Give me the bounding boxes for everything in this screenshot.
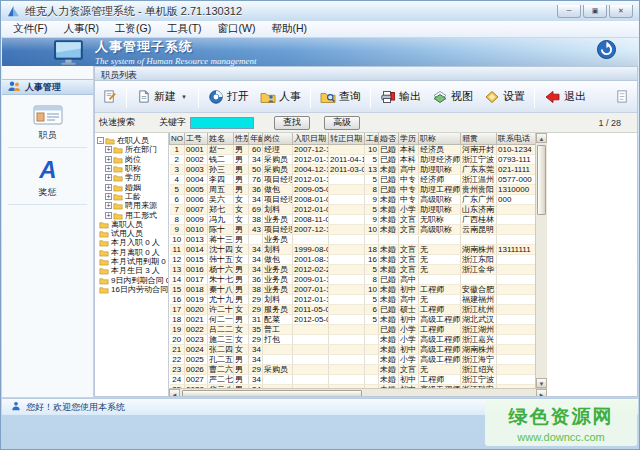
cell-联系电话[interactable]: 0793-111 bbox=[497, 155, 536, 165]
cell-工号[interactable]: 0018 bbox=[185, 285, 208, 295]
cell-职称[interactable]: 高级工程师 bbox=[419, 335, 461, 345]
cell-入职日期[interactable]: 2007-12-14 bbox=[293, 145, 329, 155]
cell-岗位[interactable]: 采购员 bbox=[263, 165, 293, 175]
cell-转正日期[interactable] bbox=[329, 245, 365, 255]
cell-岗位[interactable]: 采购员 bbox=[263, 155, 293, 165]
cell-转正日期[interactable] bbox=[329, 185, 365, 195]
cell-NO[interactable]: 7 bbox=[170, 205, 185, 215]
menu-item-2[interactable]: 工资(G) bbox=[107, 21, 159, 37]
table-row[interactable]: 200023施二三女29打包未婚小学高级工程师浙江嘉兴 bbox=[170, 335, 536, 345]
cell-岗位[interactable]: 普工 bbox=[263, 325, 293, 335]
tree-item-0[interactable]: -在职人员 bbox=[95, 136, 168, 145]
cell-学历[interactable]: 小学 bbox=[399, 355, 419, 365]
cell-工龄[interactable]: 10 bbox=[365, 285, 379, 295]
column-header-岗位[interactable]: 岗位 bbox=[263, 133, 293, 145]
tree-item-4[interactable]: +学历 bbox=[95, 173, 168, 182]
cell-转正日期[interactable] bbox=[329, 305, 365, 315]
vertical-scrollbar[interactable]: ▲ ▼ bbox=[535, 133, 547, 388]
cell-转正日期[interactable] bbox=[329, 295, 365, 305]
cell-NO[interactable]: 2 bbox=[170, 155, 185, 165]
cell-工龄[interactable]: 6 bbox=[365, 305, 379, 315]
cell-转正日期[interactable] bbox=[329, 275, 365, 285]
cell-入职日期[interactable] bbox=[293, 355, 329, 365]
cell-转正日期[interactable] bbox=[329, 145, 365, 155]
cell-工龄[interactable] bbox=[365, 365, 379, 375]
cell-籍贯[interactable]: 福建福州 bbox=[461, 295, 497, 305]
cell-工号[interactable]: 0021 bbox=[185, 315, 208, 325]
cell-岗位[interactable]: 配菜 bbox=[263, 315, 293, 325]
expand-plus-icon[interactable]: + bbox=[105, 156, 112, 163]
cell-联系电话[interactable] bbox=[497, 225, 536, 235]
cell-姓名[interactable]: 施二三 bbox=[208, 335, 234, 345]
cell-NO[interactable]: 16 bbox=[170, 295, 185, 305]
find-button[interactable]: 查找 bbox=[274, 116, 310, 130]
cell-转正日期[interactable] bbox=[329, 375, 365, 385]
cell-婚否[interactable]: 未婚 bbox=[379, 335, 399, 345]
cell-工龄[interactable]: 5 bbox=[365, 265, 379, 275]
cell-入职日期[interactable]: 2009-05-08 bbox=[293, 185, 329, 195]
cell-入职日期[interactable]: 2012-01-11 bbox=[293, 155, 329, 165]
cell-联系电话[interactable] bbox=[497, 235, 536, 245]
column-header-婚否[interactable]: 婚否 bbox=[379, 133, 399, 145]
cell-性别[interactable]: 男 bbox=[234, 225, 249, 235]
cell-籍贯[interactable]: 湖北武汉 bbox=[461, 315, 497, 325]
cell-学历[interactable]: 小学 bbox=[399, 205, 419, 215]
tree-item-11[interactable]: 本月入职 0 人 bbox=[95, 238, 168, 247]
quit-button[interactable]: 退出 bbox=[540, 87, 590, 107]
table-row[interactable]: 50005周五男36做包2009-05-088已婚中专助理工程师贵州贵阳1310… bbox=[170, 185, 536, 195]
cell-转正日期[interactable] bbox=[329, 345, 365, 355]
cell-性别[interactable]: 男 bbox=[234, 355, 249, 365]
cell-籍贯[interactable]: 浙江温州 bbox=[461, 175, 497, 185]
expand-plus-icon[interactable]: + bbox=[105, 202, 112, 209]
cell-籍贯[interactable]: 湖南株州 bbox=[461, 345, 497, 355]
tree-item-9[interactable]: 离职人员 bbox=[95, 220, 168, 229]
cell-职称[interactable]: 工程师 bbox=[419, 285, 461, 295]
cell-籍贯[interactable]: 湖南株州 bbox=[461, 245, 497, 255]
cell-姓名[interactable]: 许二十 bbox=[208, 305, 234, 315]
cell-姓名[interactable]: 朱十七 bbox=[208, 275, 234, 285]
cell-岗位[interactable]: 业务员 bbox=[263, 215, 293, 225]
cell-职称[interactable]: 经济师 bbox=[419, 175, 461, 185]
scroll-right-icon[interactable]: ► bbox=[536, 389, 547, 396]
cell-转正日期[interactable] bbox=[329, 175, 365, 185]
cell-转正日期[interactable] bbox=[329, 355, 365, 365]
cell-NO[interactable]: 19 bbox=[170, 325, 185, 335]
table-row[interactable]: 140017朱十七男36业务员2009-01-138已婚高中 bbox=[170, 275, 536, 285]
cell-年龄[interactable]: 31 bbox=[249, 315, 263, 325]
cell-籍贯[interactable]: 浙江金华 bbox=[461, 265, 497, 275]
cell-NO[interactable]: 13 bbox=[170, 265, 185, 275]
cell-学历[interactable]: 硕士 bbox=[399, 305, 419, 315]
cell-工号[interactable]: 0024 bbox=[185, 345, 208, 355]
cell-职称[interactable]: 高级职称 bbox=[419, 225, 461, 235]
cell-职称[interactable] bbox=[419, 235, 461, 245]
cell-入职日期[interactable] bbox=[293, 335, 329, 345]
memo-button[interactable] bbox=[611, 87, 634, 106]
cell-姓名[interactable]: 曹二六 bbox=[208, 365, 234, 375]
cell-性别[interactable]: 男 bbox=[234, 285, 249, 295]
cell-性别[interactable]: 男 bbox=[234, 265, 249, 275]
cell-婚否[interactable]: 未婚 bbox=[379, 205, 399, 215]
cell-姓名[interactable]: 严二七 bbox=[208, 375, 234, 385]
cell-岗位[interactable]: 做包 bbox=[263, 255, 293, 265]
cell-入职日期[interactable]: 2012-01-11 bbox=[293, 175, 329, 185]
cell-入职日期[interactable] bbox=[293, 345, 329, 355]
expand-plus-icon[interactable]: + bbox=[105, 212, 112, 219]
cell-籍贯[interactable]: 广东广州 bbox=[461, 195, 497, 205]
cell-婚否[interactable]: 未婚 bbox=[379, 375, 399, 385]
keyword-input[interactable] bbox=[190, 117, 254, 129]
cell-性别[interactable]: 男 bbox=[234, 295, 249, 305]
cell-籍贯[interactable]: 安徽合肥 bbox=[461, 285, 497, 295]
sidebar-item-职员[interactable]: 职员 bbox=[2, 95, 93, 147]
expand-minus-icon[interactable]: - bbox=[97, 137, 104, 144]
cell-婚否[interactable]: 未婚 bbox=[379, 355, 399, 365]
cell-NO[interactable]: 21 bbox=[170, 345, 185, 355]
cell-婚否[interactable]: 未婚 bbox=[379, 315, 399, 325]
cell-籍贯[interactable]: 广西桂林 bbox=[461, 215, 497, 225]
cell-转正日期[interactable] bbox=[329, 195, 365, 205]
menu-item-1[interactable]: 人事(R) bbox=[55, 21, 107, 37]
table-row[interactable]: 230026曹二六男29采购员未婚文盲无浙江绍兴 bbox=[170, 365, 536, 375]
cell-性别[interactable]: 男 bbox=[234, 315, 249, 325]
menu-item-4[interactable]: 窗口(W) bbox=[210, 21, 264, 37]
cell-NO[interactable]: 17 bbox=[170, 305, 185, 315]
cell-婚否[interactable] bbox=[379, 235, 399, 245]
